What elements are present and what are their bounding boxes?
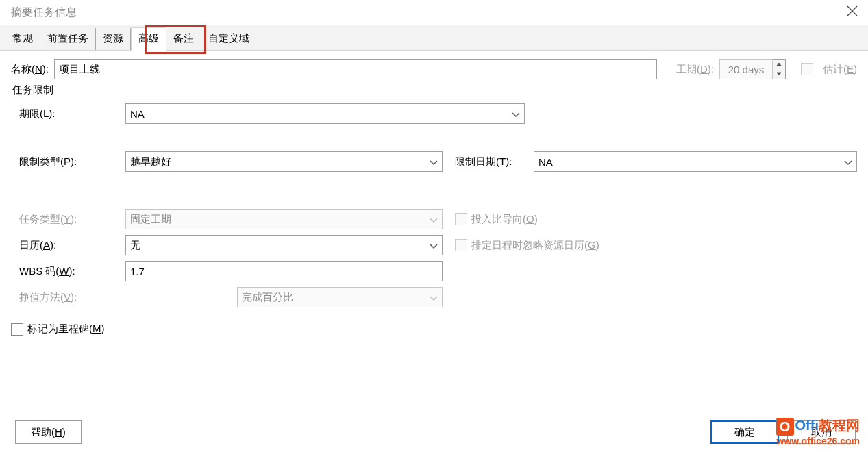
milestone-label: 标记为里程碑(M) [27, 323, 105, 336]
titlebar: 摘要任务信息 [0, 0, 868, 25]
help-button[interactable]: 帮助(H) [15, 420, 82, 444]
calendar-combo[interactable]: 无 [125, 235, 443, 255]
wbs-label: WBS 码(W): [19, 265, 125, 278]
wbs-input[interactable] [125, 261, 443, 281]
effort-driven-label: 投入比导向(O) [471, 213, 538, 226]
ok-button[interactable]: 确定 [710, 420, 779, 444]
calendar-label: 日历(A): [19, 239, 125, 252]
tab-general[interactable]: 常规 [5, 28, 40, 50]
constraint-type-label: 限制类型(P): [19, 155, 125, 168]
estimate-label: 估计(E) [823, 63, 857, 76]
tab-resources[interactable]: 资源 [96, 28, 131, 50]
tab-predecessors[interactable]: 前置任务 [40, 28, 96, 50]
earned-value-combo: 完成百分比 [237, 287, 443, 307]
ignore-res-cal-checkbox [455, 239, 467, 251]
chevron-down-icon [430, 156, 438, 168]
constraint-date-combo[interactable]: NA [534, 151, 857, 172]
svg-marker-2 [777, 63, 781, 66]
spinner-down-icon [773, 69, 785, 79]
duration-input [719, 59, 773, 79]
earned-value-label: 挣值方法(V): [19, 291, 237, 304]
svg-marker-3 [777, 73, 781, 75]
tab-advanced[interactable]: 高级 [131, 27, 166, 51]
cancel-button[interactable]: 取消 [787, 420, 856, 444]
constraint-date-label: 限制日期(T): [455, 155, 534, 168]
effort-driven-checkbox [455, 213, 467, 225]
deadline-combo[interactable]: NA [125, 103, 525, 124]
chevron-down-icon [430, 292, 438, 303]
task-type-label: 任务类型(Y): [19, 213, 125, 226]
chevron-down-icon [430, 240, 438, 251]
deadline-label: 期限(L): [19, 108, 125, 121]
tab-notes[interactable]: 备注 [166, 28, 201, 50]
name-input[interactable] [54, 59, 657, 79]
tab-custom-fields[interactable]: 自定义域 [201, 28, 256, 50]
spinner-up-icon [773, 60, 785, 69]
dialog-footer: 帮助(H) 确定 取消 [15, 420, 856, 444]
close-icon[interactable] [843, 2, 861, 23]
tab-bar: 常规 前置任务 资源 高级 备注 自定义域 [0, 25, 868, 51]
name-label: 名称(N): [11, 63, 49, 76]
milestone-checkbox[interactable] [11, 323, 23, 336]
ignore-res-cal-label: 排定日程时忽略资源日历(G) [471, 239, 599, 252]
constraint-type-combo[interactable]: 越早越好 [125, 151, 443, 172]
chevron-down-icon [430, 214, 438, 225]
chevron-down-icon [512, 108, 520, 120]
section-task-constraint: 任务限制 [12, 84, 857, 97]
estimate-checkbox [801, 63, 813, 75]
chevron-down-icon [844, 156, 852, 168]
duration-spinner [719, 59, 786, 79]
window-title: 摘要任务信息 [11, 5, 77, 20]
task-type-combo: 固定工期 [125, 209, 443, 229]
duration-label: 工期(D): [676, 63, 714, 76]
